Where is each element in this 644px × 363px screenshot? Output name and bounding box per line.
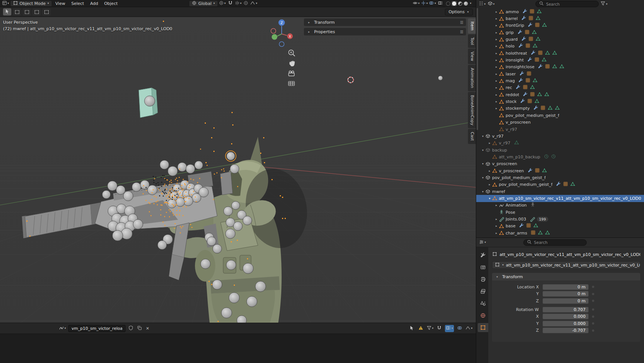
- number-field[interactable]: -0.707: [543, 328, 589, 333]
- wrench-icon[interactable]: [533, 105, 538, 112]
- outliner-row[interactable]: ▸v_proscreen: [476, 167, 644, 174]
- disclosure-arrow[interactable]: ▸: [494, 100, 499, 103]
- outliner-row[interactable]: ▸grip: [476, 29, 644, 36]
- material-shading-button[interactable]: [458, 2, 462, 6]
- tri-icon[interactable]: [535, 36, 541, 43]
- wrench-icon[interactable]: [519, 71, 524, 77]
- tri-icon[interactable]: [552, 64, 557, 70]
- disclosure-arrow[interactable]: ▸: [307, 30, 311, 34]
- properties-tab-viewlayer[interactable]: [478, 287, 488, 296]
- show-gizmo-dropdown[interactable]: ▾: [421, 0, 428, 7]
- grid-icon[interactable]: [525, 43, 531, 49]
- decorator-dot[interactable]: [592, 293, 594, 295]
- wrench-icon[interactable]: [517, 29, 523, 36]
- outliner-row[interactable]: ▸char_arms: [476, 230, 644, 236]
- rendered-shading-button[interactable]: [464, 2, 468, 6]
- shading-dropdown[interactable]: ▾: [469, 2, 472, 5]
- outliner-scrollbar[interactable]: [477, 8, 478, 130]
- wrench-icon[interactable]: [518, 43, 523, 49]
- tri-icon[interactable]: [542, 168, 547, 174]
- number-field[interactable]: 0.000: [543, 321, 589, 326]
- sidebar-tab-animation[interactable]: Animation: [468, 65, 476, 91]
- wrench-icon[interactable]: [538, 64, 543, 70]
- object-visibility-dropdown[interactable]: ▾: [412, 0, 420, 7]
- disclosure-arrow[interactable]: ▸: [494, 204, 499, 207]
- outliner-row[interactable]: ▾att_vm_p10_sm_victor_rec_v11_att_vm_p10…: [476, 195, 644, 202]
- wrench-icon[interactable]: [521, 36, 526, 43]
- select-mode-intersect[interactable]: [42, 8, 51, 15]
- axis-y-button[interactable]: [272, 34, 278, 40]
- disclosure-arrow[interactable]: ▸: [494, 52, 499, 55]
- disclosure-arrow[interactable]: ▸: [494, 79, 499, 83]
- outliner-row[interactable]: v_proscreen: [476, 119, 644, 126]
- decorator-dot[interactable]: [592, 300, 594, 302]
- viewport-canvas[interactable]: Z X: [0, 17, 476, 323]
- pivot-point-dropdown[interactable]: ▾: [219, 0, 226, 7]
- tri-icon[interactable]: [534, 98, 540, 105]
- decorator-dot[interactable]: [592, 308, 594, 311]
- options-dropdown[interactable]: Options ▾: [445, 9, 473, 15]
- disclosure-arrow[interactable]: ▸: [494, 10, 499, 14]
- outliner-row[interactable]: pov_pilot_medium_geist_f: [476, 112, 644, 119]
- proportional-button[interactable]: [456, 325, 463, 332]
- tri-icon[interactable]: [547, 105, 553, 112]
- outliner-row[interactable]: ▾v_r97: [476, 133, 644, 139]
- tri-icon[interactable]: [545, 230, 550, 236]
- disclosure-arrow[interactable]: ▸: [494, 231, 499, 235]
- tri-icon[interactable]: [532, 43, 538, 49]
- grid-icon[interactable]: [526, 71, 532, 77]
- tri-icon[interactable]: [532, 78, 538, 84]
- outliner-row[interactable]: ▸pov_pilot_medium_geist_f: [476, 181, 644, 188]
- wrench-icon[interactable]: [527, 168, 533, 174]
- disclosure-arrow[interactable]: ▸: [494, 38, 499, 41]
- outliner-row[interactable]: ▸mag: [476, 77, 644, 84]
- disclosure-arrow[interactable]: ▸: [494, 93, 499, 96]
- tri-icon[interactable]: [514, 140, 519, 146]
- disclosure-arrow[interactable]: ▸: [494, 107, 499, 110]
- sidebar-tab-boneanimcopy[interactable]: BoneAnimCopy: [468, 92, 476, 128]
- editor-type-selector[interactable]: ▾: [2, 0, 9, 7]
- filter-button[interactable]: ▾: [426, 325, 434, 332]
- sidebar-tab-view[interactable]: View: [468, 49, 476, 64]
- wrench-icon[interactable]: [519, 223, 524, 229]
- outliner-display-mode[interactable]: ▾: [488, 1, 495, 7]
- transform-panel-header[interactable]: ▾ Transform: [492, 273, 640, 280]
- outliner-row[interactable]: v_r97: [476, 126, 644, 133]
- disclosure-arrow[interactable]: ▾: [487, 197, 492, 200]
- menu-object[interactable]: Object: [101, 0, 120, 7]
- disclosure-arrow[interactable]: ▸: [494, 86, 499, 89]
- clock-icon[interactable]: [544, 154, 549, 160]
- tri-icon[interactable]: [541, 57, 547, 63]
- disclosure-arrow[interactable]: ▸: [494, 72, 499, 76]
- falloff-button[interactable]: ▾: [465, 325, 473, 332]
- outliner-row[interactable]: ▸reddot: [476, 91, 644, 98]
- outliner-row[interactable]: ▸barrel: [476, 15, 644, 22]
- panel-menu-icon[interactable]: ☰: [460, 30, 463, 34]
- mode-dropdown[interactable]: Object Mode ▾: [10, 0, 52, 7]
- tri-icon[interactable]: [535, 15, 541, 22]
- outliner-editor-type[interactable]: ▾: [478, 1, 486, 7]
- properties-tab-object[interactable]: [478, 323, 488, 332]
- grid-icon[interactable]: [538, 50, 543, 57]
- wrench-icon[interactable]: [527, 57, 532, 63]
- number-field[interactable]: 0 m: [543, 291, 589, 297]
- grid-icon[interactable]: [525, 78, 531, 84]
- grid-icon[interactable]: [540, 105, 546, 112]
- snap-settings-dropdown[interactable]: ▾: [235, 0, 242, 7]
- wrench-icon[interactable]: [521, 15, 526, 22]
- properties-tab-render[interactable]: [478, 263, 488, 272]
- decorator-dot[interactable]: [592, 322, 594, 325]
- disclosure-arrow[interactable]: ▾: [495, 275, 500, 279]
- outliner-row[interactable]: att_vm_p10_backup: [476, 153, 644, 160]
- tri-icon[interactable]: [542, 22, 547, 29]
- grid-icon[interactable]: [523, 84, 528, 91]
- wrench-icon[interactable]: [515, 84, 521, 91]
- tri-icon[interactable]: [532, 29, 537, 36]
- grid-icon[interactable]: [528, 15, 534, 22]
- sidebar-tab-tool[interactable]: Tool: [468, 34, 476, 48]
- disclosure-arrow[interactable]: ▸: [494, 217, 499, 221]
- transform-panel-collapsed[interactable]: ▸ Transform ☰: [304, 18, 466, 26]
- wrench-icon[interactable]: [523, 92, 528, 98]
- 3d-viewport[interactable]: Z X: [0, 17, 476, 323]
- properties-editor-type[interactable]: ▾: [479, 239, 486, 246]
